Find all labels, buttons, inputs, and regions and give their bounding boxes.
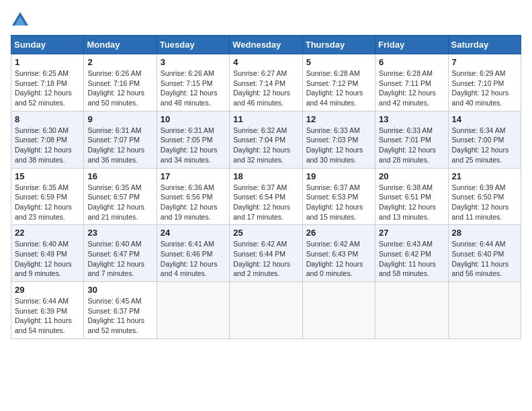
day-number: 13 (379, 114, 444, 124)
calendar-cell: 4 Sunrise: 6:27 AM Sunset: 7:14 PM Dayli… (230, 54, 302, 111)
day-number: 11 (233, 114, 298, 124)
calendar-week-row: 15 Sunrise: 6:35 AM Sunset: 6:59 PM Dayl… (11, 168, 521, 225)
calendar-cell (448, 282, 521, 339)
day-number: 2 (87, 57, 152, 67)
page-header (11, 11, 521, 30)
calendar-week-row: 8 Sunrise: 6:30 AM Sunset: 7:08 PM Dayli… (11, 111, 521, 168)
day-number: 12 (306, 114, 371, 124)
calendar-header-wednesday: Wednesday (230, 36, 302, 54)
calendar-cell: 22 Sunrise: 6:40 AM Sunset: 6:49 PM Dayl… (11, 225, 84, 282)
calendar-cell: 1 Sunrise: 6:25 AM Sunset: 7:18 PM Dayli… (11, 54, 84, 111)
calendar-table: SundayMondayTuesdayWednesdayThursdayFrid… (11, 35, 521, 339)
day-info: Sunrise: 6:31 AM Sunset: 7:07 PM Dayligh… (87, 126, 152, 165)
calendar-header-monday: Monday (84, 36, 157, 54)
calendar-week-row: 29 Sunrise: 6:44 AM Sunset: 6:39 PM Dayl… (11, 282, 521, 339)
day-info: Sunrise: 6:32 AM Sunset: 7:04 PM Dayligh… (233, 126, 298, 165)
day-number: 7 (452, 57, 517, 67)
day-info: Sunrise: 6:35 AM Sunset: 6:57 PM Dayligh… (87, 183, 152, 222)
day-info: Sunrise: 6:42 AM Sunset: 6:43 PM Dayligh… (306, 239, 371, 279)
day-info: Sunrise: 6:44 AM Sunset: 6:40 PM Dayligh… (452, 239, 517, 279)
day-info: Sunrise: 6:28 AM Sunset: 7:11 PM Dayligh… (379, 68, 444, 108)
day-info: Sunrise: 6:45 AM Sunset: 6:37 PM Dayligh… (87, 296, 152, 336)
day-number: 10 (161, 114, 226, 124)
calendar-cell (157, 282, 229, 339)
calendar-cell: 2 Sunrise: 6:26 AM Sunset: 7:16 PM Dayli… (84, 54, 157, 111)
calendar-week-row: 22 Sunrise: 6:40 AM Sunset: 6:49 PM Dayl… (11, 225, 521, 282)
day-info: Sunrise: 6:33 AM Sunset: 7:01 PM Dayligh… (379, 126, 444, 165)
calendar-cell: 9 Sunrise: 6:31 AM Sunset: 7:07 PM Dayli… (84, 111, 157, 168)
day-info: Sunrise: 6:40 AM Sunset: 6:47 PM Dayligh… (87, 239, 152, 279)
day-info: Sunrise: 6:28 AM Sunset: 7:12 PM Dayligh… (306, 68, 371, 108)
day-info: Sunrise: 6:26 AM Sunset: 7:16 PM Dayligh… (87, 68, 152, 108)
calendar-cell: 12 Sunrise: 6:33 AM Sunset: 7:03 PM Dayl… (302, 111, 375, 168)
calendar-cell: 16 Sunrise: 6:35 AM Sunset: 6:57 PM Dayl… (84, 168, 157, 225)
day-info: Sunrise: 6:42 AM Sunset: 6:44 PM Dayligh… (233, 239, 298, 279)
calendar-header-friday: Friday (375, 36, 448, 54)
day-info: Sunrise: 6:37 AM Sunset: 6:53 PM Dayligh… (306, 183, 371, 222)
day-info: Sunrise: 6:31 AM Sunset: 7:05 PM Dayligh… (161, 126, 226, 165)
day-info: Sunrise: 6:29 AM Sunset: 7:10 PM Dayligh… (452, 68, 517, 108)
calendar-cell: 30 Sunrise: 6:45 AM Sunset: 6:37 PM Dayl… (84, 282, 157, 339)
day-info: Sunrise: 6:44 AM Sunset: 6:39 PM Dayligh… (15, 296, 80, 336)
calendar-header-tuesday: Tuesday (157, 36, 229, 54)
calendar-cell (302, 282, 375, 339)
logo-icon (11, 11, 30, 30)
day-number: 17 (161, 171, 226, 181)
day-info: Sunrise: 6:30 AM Sunset: 7:08 PM Dayligh… (15, 126, 80, 165)
calendar-header-saturday: Saturday (448, 36, 521, 54)
day-number: 27 (379, 228, 444, 238)
day-number: 21 (452, 171, 517, 181)
calendar-cell: 23 Sunrise: 6:40 AM Sunset: 6:47 PM Dayl… (84, 225, 157, 282)
day-number: 25 (233, 228, 298, 238)
day-number: 5 (306, 57, 371, 67)
day-info: Sunrise: 6:41 AM Sunset: 6:46 PM Dayligh… (161, 239, 226, 279)
calendar-cell: 24 Sunrise: 6:41 AM Sunset: 6:46 PM Dayl… (157, 225, 229, 282)
day-number: 22 (15, 228, 80, 238)
day-info: Sunrise: 6:37 AM Sunset: 6:54 PM Dayligh… (233, 183, 298, 222)
day-info: Sunrise: 6:33 AM Sunset: 7:03 PM Dayligh… (306, 126, 371, 165)
logo (11, 11, 32, 30)
calendar-header-sunday: Sunday (11, 36, 84, 54)
day-number: 16 (87, 171, 152, 181)
calendar-cell: 3 Sunrise: 6:26 AM Sunset: 7:15 PM Dayli… (157, 54, 229, 111)
day-number: 26 (306, 228, 371, 238)
calendar-cell (375, 282, 448, 339)
day-number: 8 (15, 114, 80, 124)
day-number: 4 (233, 57, 298, 67)
calendar-cell: 18 Sunrise: 6:37 AM Sunset: 6:54 PM Dayl… (230, 168, 302, 225)
calendar-cell (230, 282, 302, 339)
calendar-cell: 15 Sunrise: 6:35 AM Sunset: 6:59 PM Dayl… (11, 168, 84, 225)
calendar-cell: 27 Sunrise: 6:43 AM Sunset: 6:42 PM Dayl… (375, 225, 448, 282)
day-number: 1 (15, 57, 80, 67)
day-number: 18 (233, 171, 298, 181)
calendar-cell: 20 Sunrise: 6:38 AM Sunset: 6:51 PM Dayl… (375, 168, 448, 225)
day-number: 3 (161, 57, 226, 67)
day-number: 20 (379, 171, 444, 181)
day-number: 24 (161, 228, 226, 238)
calendar-week-row: 1 Sunrise: 6:25 AM Sunset: 7:18 PM Dayli… (11, 54, 521, 111)
day-info: Sunrise: 6:26 AM Sunset: 7:15 PM Dayligh… (161, 68, 226, 108)
day-info: Sunrise: 6:36 AM Sunset: 6:56 PM Dayligh… (161, 183, 226, 222)
calendar-cell: 25 Sunrise: 6:42 AM Sunset: 6:44 PM Dayl… (230, 225, 302, 282)
day-info: Sunrise: 6:27 AM Sunset: 7:14 PM Dayligh… (233, 68, 298, 108)
day-info: Sunrise: 6:40 AM Sunset: 6:49 PM Dayligh… (15, 239, 80, 279)
calendar-cell: 26 Sunrise: 6:42 AM Sunset: 6:43 PM Dayl… (302, 225, 375, 282)
day-info: Sunrise: 6:35 AM Sunset: 6:59 PM Dayligh… (15, 183, 80, 222)
day-info: Sunrise: 6:39 AM Sunset: 6:50 PM Dayligh… (452, 183, 517, 222)
day-number: 29 (15, 285, 80, 295)
day-info: Sunrise: 6:25 AM Sunset: 7:18 PM Dayligh… (15, 68, 80, 108)
calendar-cell: 13 Sunrise: 6:33 AM Sunset: 7:01 PM Dayl… (375, 111, 448, 168)
calendar-cell: 5 Sunrise: 6:28 AM Sunset: 7:12 PM Dayli… (302, 54, 375, 111)
day-number: 30 (87, 285, 152, 295)
calendar-cell: 19 Sunrise: 6:37 AM Sunset: 6:53 PM Dayl… (302, 168, 375, 225)
day-info: Sunrise: 6:38 AM Sunset: 6:51 PM Dayligh… (379, 183, 444, 222)
calendar-cell: 29 Sunrise: 6:44 AM Sunset: 6:39 PM Dayl… (11, 282, 84, 339)
calendar-cell: 8 Sunrise: 6:30 AM Sunset: 7:08 PM Dayli… (11, 111, 84, 168)
day-number: 6 (379, 57, 444, 67)
day-number: 9 (87, 114, 152, 124)
day-info: Sunrise: 6:43 AM Sunset: 6:42 PM Dayligh… (379, 239, 444, 279)
calendar-cell: 28 Sunrise: 6:44 AM Sunset: 6:40 PM Dayl… (448, 225, 521, 282)
day-number: 19 (306, 171, 371, 181)
calendar-cell: 11 Sunrise: 6:32 AM Sunset: 7:04 PM Dayl… (230, 111, 302, 168)
calendar-cell: 14 Sunrise: 6:34 AM Sunset: 7:00 PM Dayl… (448, 111, 521, 168)
